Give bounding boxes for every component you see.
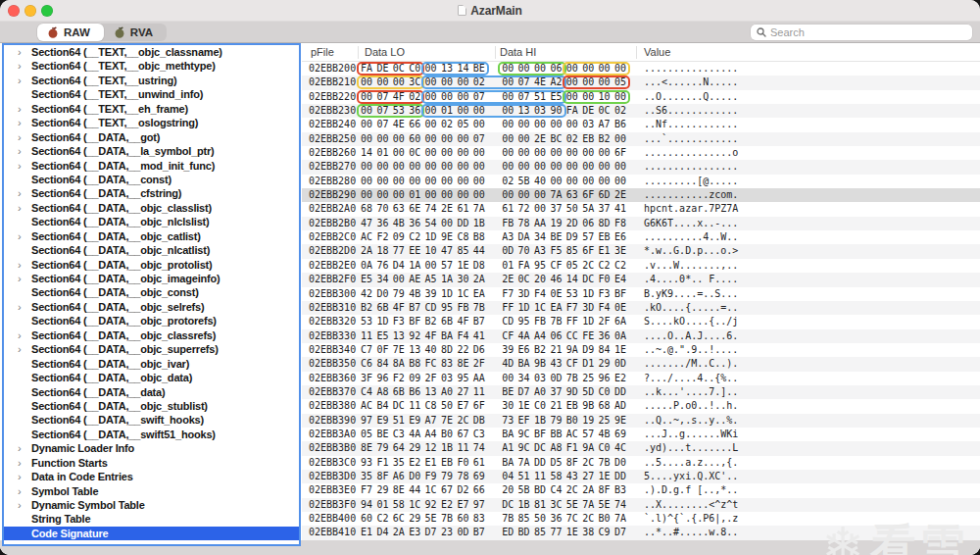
sidebar-item[interactable]: ›Section64 (__TEXT,__objc_classname): [4, 45, 299, 59]
hex-row[interactable]: 02EBB320531DF3BFB26B4FB7CD95FB7BFF1D2F6A…: [302, 315, 980, 328]
sidebar-item[interactable]: String Table: [4, 512, 299, 526]
sidebar-item[interactable]: ›Section64 (__DATA,__mod_init_func): [4, 159, 299, 173]
chevron-right-icon[interactable]: ›: [18, 130, 21, 144]
chevron-right-icon[interactable]: ›: [18, 272, 21, 285]
hex-row[interactable]: 02EBB340C70F7E13408D22D639E6B2219AD9841E…: [302, 343, 980, 357]
hex-row[interactable]: 02EBB3E0F7298E441C67D266205BBDC42C2A8FB3…: [302, 483, 980, 497]
sidebar-item[interactable]: Section64 (__DATA,__objc_nlcatlist): [4, 243, 299, 257]
sidebar-item[interactable]: ›Function Starts: [4, 456, 299, 470]
hex-row[interactable]: 02EBB30042D0794B391D1CEAF73DF40E531DF3BF…: [302, 287, 980, 301]
sidebar-item[interactable]: Code Signature: [4, 527, 299, 540]
sidebar-item[interactable]: Section64 (__DATA,__objc_data): [4, 371, 299, 384]
hex-row[interactable]: 02EBB22000074F0200000007000751E500001000…: [302, 90, 980, 104]
sidebar-item[interactable]: ›Section64 (__DATA,__objc_catlist): [4, 229, 299, 243]
sidebar-item[interactable]: Section64 (__DATA,__data): [4, 385, 299, 399]
column-header-data-hi[interactable]: Data HI: [500, 46, 536, 58]
sidebar-item[interactable]: ›Section64 (__DATA,__la_symbol_ptr): [4, 144, 299, 158]
hex-byte: 6F: [582, 188, 596, 202]
chevron-right-icon[interactable]: ›: [18, 498, 21, 512]
hex-row[interactable]: 02EBB2A06870636E742E617A61720037505A3741…: [302, 202, 980, 216]
column-header-pfile[interactable]: pFile: [311, 46, 334, 58]
hex-row[interactable]: 02EBB2B047364B365400DD1BFB78AA192D068DF8…: [302, 217, 980, 230]
sidebar-item[interactable]: ›Section64 (__DATA,__objc_selrefs): [4, 300, 299, 314]
chevron-right-icon[interactable]: ›: [18, 456, 21, 470]
hex-row[interactable]: 02EBB24000074E6600020500000000000003A7B6…: [302, 118, 980, 131]
segment-button-raw[interactable]: RAW: [37, 24, 104, 41]
chevron-right-icon[interactable]: ›: [18, 186, 21, 200]
hex-row[interactable]: 02EBB2D02A1877EE104785440D70A3F5856FE13E…: [302, 244, 980, 258]
chevron-right-icon[interactable]: ›: [18, 441, 21, 455]
chevron-right-icon[interactable]: ›: [18, 144, 21, 158]
chevron-right-icon[interactable]: ›: [18, 470, 21, 483]
hex-row[interactable]: 02EBB2100000003C0000000200074EA200000005…: [302, 76, 980, 89]
hex-row[interactable]: 02EBB3F09401581C92E2E797DC1B813C5E7A5E74…: [302, 498, 980, 512]
hex-row[interactable]: 02EBB3C093F135E2E1EBF061BA7ADDD58F2C7BD0…: [302, 456, 980, 470]
chevron-right-icon[interactable]: ›: [18, 229, 21, 243]
chevron-right-icon[interactable]: ›: [18, 484, 21, 498]
sidebar-item[interactable]: ›Section64 (__DATA,__objc_protolist): [4, 258, 299, 272]
sidebar-item[interactable]: ›Symbol Table: [4, 484, 299, 498]
hex-row[interactable]: 02EBB3D0358FA6D0F97978690451115843271EDD…: [302, 470, 980, 483]
sidebar-item[interactable]: ›Section64 (__TEXT,__ustring): [4, 74, 299, 87]
chevron-right-icon[interactable]: ›: [18, 45, 21, 59]
chevron-right-icon[interactable]: ›: [18, 300, 21, 314]
search-field[interactable]: Search: [751, 25, 972, 40]
chevron-right-icon[interactable]: ›: [18, 159, 21, 173]
chevron-right-icon[interactable]: ›: [18, 328, 21, 342]
chevron-right-icon[interactable]: ›: [18, 116, 21, 129]
hex-row[interactable]: 02EBB2601401000C00000000000000000000006F…: [302, 146, 980, 160]
hex-row[interactable]: 02EBB2C0ACF209C21D9EC8B8A3DA34BED957EBE6…: [302, 230, 980, 244]
hex-row[interactable]: 02EBB2E00A76D41A00571ED801FA95CF052CC2C2…: [302, 259, 980, 273]
sidebar-item[interactable]: Section64 (__DATA,__const): [4, 173, 299, 186]
sidebar-item[interactable]: ›Section64 (__DATA,__objc_superrefs): [4, 342, 299, 356]
segment-button-rva[interactable]: RVA: [104, 24, 167, 41]
sidebar-item[interactable]: ›Section64 (__TEXT,__oslogstring): [4, 116, 299, 129]
sidebar-item[interactable]: ›Dynamic Symbol Table: [4, 498, 299, 512]
hex-row[interactable]: 02EBB3603F96F2092F0395AA0034030D7B2596E2…: [302, 372, 980, 385]
hex-row[interactable]: 02EBB310B26B4FB7CD95FB7BFF1D1CEAF73DF40E…: [302, 301, 980, 315]
hex-row[interactable]: 02EBB200FADE0CC0001314BE0000000600000000…: [302, 62, 980, 76]
chevron-right-icon[interactable]: ›: [18, 201, 21, 215]
sidebar-item[interactable]: Section64 (__DATA,__objc_protorefs): [4, 314, 299, 328]
hex-row[interactable]: 02EBB29000000001000000000000007A636F6D2E…: [302, 188, 980, 202]
sidebar-item[interactable]: ›Data in Code Entries: [4, 470, 299, 483]
hex-row[interactable]: 02EBB250000000600000000700002EBC02EBB200…: [302, 132, 980, 146]
hex-row[interactable]: 02EBB40060C26C295E7B60837B8550367C2CB07A…: [302, 512, 980, 526]
sidebar-item[interactable]: ›Section64 (__DATA,__got): [4, 130, 299, 144]
sidebar-item[interactable]: Section64 (__DATA,__objc_nlclslist): [4, 215, 299, 228]
sidebar-item[interactable]: Section64 (__TEXT,__unwind_info): [4, 87, 299, 101]
sidebar-item[interactable]: Section64 (__DATA,__swift_hooks): [4, 413, 299, 427]
hex-row[interactable]: 02EBB2F0E53400AEA51A302A2E0C204614DCF0E4…: [302, 273, 980, 286]
chevron-right-icon[interactable]: ›: [18, 102, 21, 116]
sidebar-item[interactable]: Section64 (__DATA,__swift51_hooks): [4, 428, 299, 441]
hex-row[interactable]: 02EBB33011E513924FBAF441CF4AA406CCFE360A…: [302, 329, 980, 343]
hex-row[interactable]: 02EBB3A005BEC34AA4B067C3BA9CBFBBAC574B69…: [302, 428, 980, 441]
chevron-right-icon[interactable]: ›: [18, 258, 21, 272]
sidebar-item[interactable]: ›Dynamic Loader Info: [4, 441, 299, 455]
chevron-right-icon[interactable]: ›: [18, 59, 21, 73]
hex-byte: 1C: [534, 301, 548, 315]
sidebar-item[interactable]: ›Section64 (__DATA,__objc_classlist): [4, 201, 299, 215]
chevron-right-icon[interactable]: ›: [18, 342, 21, 356]
sidebar-item[interactable]: Section64 (__DATA,__objc_const): [4, 285, 299, 299]
sidebar-item[interactable]: ›Section64 (__TEXT,__objc_methtype): [4, 59, 299, 73]
sidebar-item[interactable]: ›Section64 (__DATA,__objc_classrefs): [4, 328, 299, 342]
hex-row[interactable]: 02EBB380ACB4DC11C850E76F301EC021EB9B68AD…: [302, 399, 980, 413]
hex-row[interactable]: 02EBB410E1D42AE3D7230DB7EDBD85771E38C9D7…: [302, 526, 980, 539]
column-header-data-lo[interactable]: Data LO: [365, 46, 405, 58]
hex-row[interactable]: 02EBB2800000000000000000025B400000000000…: [302, 175, 980, 188]
hex-row[interactable]: 02EBB3B08E796429121B1174A19CDCA8F19AC04C…: [302, 441, 980, 455]
hex-row[interactable]: 02EBB370C4A86BB613A02711BED7A0379D5DC0DD…: [302, 385, 980, 399]
sidebar-item[interactable]: Section64 (__DATA,__objc_ivar): [4, 357, 299, 371]
sidebar-item[interactable]: ›Section64 (__DATA,__objc_imageinfo): [4, 272, 299, 285]
sidebar-item[interactable]: Section64 (__DATA,__objc_stublist): [4, 399, 299, 413]
hex-row[interactable]: 02EBB230000753360001000000130390FADE0C02…: [302, 104, 980, 118]
hex-byte: E3: [409, 526, 422, 539]
hex-row[interactable]: 02EBB39097E951E9A77E2CDB73EF1B79B019259E…: [302, 414, 980, 428]
column-header-value[interactable]: Value: [644, 46, 670, 58]
hex-row[interactable]: 02EBB27000000000000000000000000000000000…: [302, 160, 980, 174]
hex-row[interactable]: 02EBB350C6848AB8FC838E2F4DBA9B43CFD1290D…: [302, 357, 980, 371]
sidebar-item[interactable]: ›Section64 (__TEXT,__eh_frame): [4, 102, 299, 116]
chevron-right-icon[interactable]: ›: [18, 74, 21, 87]
sidebar-item[interactable]: ›Section64 (__DATA,__cfstring): [4, 186, 299, 200]
